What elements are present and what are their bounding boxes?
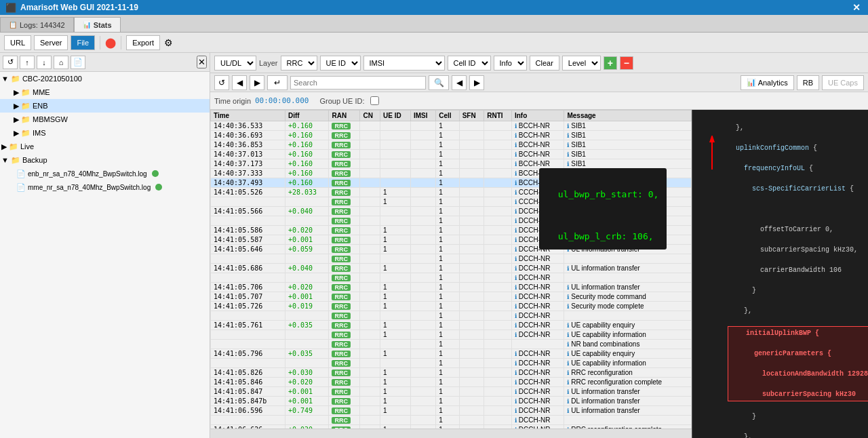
tree-root[interactable]: ▼ 📁 CBC-2021050100 [0, 72, 210, 85]
table-cell [410, 378, 435, 387]
table-row[interactable]: 14:40:36.853+0.160RRC1ℹ BCCH-NRℹ SIB1 [211, 140, 692, 150]
server-button[interactable]: Server [34, 35, 68, 50]
table-row[interactable]: RRC11ℹ DCCH-NRℹ UE capability informatio… [211, 330, 692, 340]
table-cell [360, 359, 380, 368]
tree-close-btn[interactable]: ✕ [197, 56, 207, 68]
ue-id-select[interactable]: UE ID [320, 56, 361, 71]
table-row[interactable]: 14:41:05.706+0.020RRC11ℹ DCCH-NRℹ UL inf… [211, 283, 692, 292]
clear-button[interactable]: Clear [530, 56, 559, 71]
tree-refresh-btn[interactable]: ↺ [3, 56, 18, 69]
col-time[interactable]: Time [211, 111, 285, 121]
col-imsi[interactable]: IMSI [410, 111, 435, 121]
forward-btn[interactable]: ▶ [250, 75, 264, 90]
refresh-btn2[interactable]: ↺ [214, 75, 229, 90]
tab-stats[interactable]: 📊 Stats [74, 17, 121, 32]
rb-btn[interactable]: RB [797, 75, 819, 90]
logs-tab-icon: 📋 [9, 21, 17, 28]
tree-enb[interactable]: ▶ 📁 ENB [0, 99, 210, 113]
cell-id-select[interactable]: Cell ID [448, 56, 491, 71]
time-origin-value: 00:00:00.000 [255, 96, 309, 105]
table-cell: ℹ RRC reconfiguration [564, 368, 692, 378]
code-panel[interactable]: }, uplinkConfigCommon { frequencyInfoUL … [692, 110, 868, 438]
info-select[interactable]: Info [494, 56, 527, 71]
table-row[interactable]: 14:40:37.013+0.160RRC1ℹ BCCH-NRℹ SIB1 [211, 150, 692, 159]
tree-down-btn[interactable]: ↓ [37, 56, 52, 69]
col-ueid[interactable]: UE ID [380, 111, 411, 121]
table-row[interactable]: RRC1ℹ DCCH-NR [211, 311, 692, 321]
imsi-select[interactable]: IMSI [363, 56, 445, 71]
table-row[interactable]: 14:41:05.846+0.020RRC11ℹ DCCH-NRℹ RRC re… [211, 378, 692, 387]
table-cell [211, 273, 285, 283]
tree-file-btn[interactable]: 📄 [71, 56, 85, 69]
table-row[interactable]: 14:41:05.761+0.035RRC11ℹ DCCH-NRℹ UE cap… [211, 321, 692, 330]
table-row[interactable]: RRC1ℹ DCCH-NR [211, 416, 692, 425]
col-cell[interactable]: Cell [436, 111, 459, 121]
table-row[interactable]: 14:41:05.847+0.001RRC11ℹ DCCH-NRℹ UL inf… [211, 387, 692, 397]
tooltip-line1: ul_bwp_rb_start: 0, [558, 189, 659, 199]
table-row[interactable]: RRC1ℹ DCCH-NR [211, 273, 692, 283]
export-button[interactable]: Export [126, 35, 160, 50]
table-row[interactable]: 14:40:37.173+0.160RRC1ℹ BCCH-NRℹ SIB1 [211, 159, 692, 169]
table-row[interactable]: 14:41:05.826+0.030RRC11ℹ DCCH-NRℹ RRC re… [211, 368, 692, 378]
col-cn[interactable]: CN [360, 111, 380, 121]
tree-mme[interactable]: ▶ 📁 MME [0, 85, 210, 99]
log-content[interactable]: Time Diff RAN CN UE ID IMSI Cell SFN RNT… [210, 110, 692, 429]
tree-file2[interactable]: 📄 mme_nr_sa_n78_40Mhz_BwpSwitch.log [0, 180, 210, 194]
table-cell [459, 283, 484, 292]
file-button[interactable]: File [71, 35, 95, 50]
col-message[interactable]: Message [564, 111, 692, 121]
table-row[interactable]: 14:41:05.686+0.040RRC11ℹ DCCH-NRℹ UL inf… [211, 264, 692, 273]
config-icon[interactable]: ⚙ [164, 37, 173, 48]
table-row[interactable]: 14:41:05.726+0.019RRC11ℹ DCCH-NRℹ Securi… [211, 302, 692, 311]
add-filter-btn[interactable]: + [604, 56, 617, 70]
col-ran[interactable]: RAN [329, 111, 360, 121]
tree-live[interactable]: ▶ 📁 Live [0, 140, 210, 153]
tree-up-btn[interactable]: ↑ [20, 56, 35, 69]
ul-dl-select[interactable]: UL/DL [214, 56, 256, 71]
table-cell: 1 [436, 159, 459, 169]
table-cell [459, 254, 484, 264]
prev-result-btn[interactable]: ◀ [452, 75, 467, 90]
remove-filter-btn[interactable]: − [620, 56, 633, 70]
table-row[interactable]: RRC1ℹ NR band combinations [211, 340, 692, 349]
ue-caps-btn[interactable]: UE Caps [822, 75, 864, 90]
level-select[interactable]: Level [562, 56, 601, 71]
tree-backup[interactable]: ▼ 📁 Backup [0, 153, 210, 167]
search-input[interactable] [290, 76, 426, 89]
tree-ims[interactable]: ▶ 📁 IMS [0, 126, 210, 140]
next-result-btn[interactable]: ▶ [469, 75, 484, 90]
table-cell [410, 397, 435, 406]
table-row[interactable]: 14:41:05.847b+0.001RRC11ℹ DCCH-NRℹ DL in… [211, 397, 692, 406]
search-filter-btn[interactable]: 🔍 [429, 75, 449, 90]
url-button[interactable]: URL [4, 35, 31, 50]
table-cell [211, 330, 285, 340]
col-diff[interactable]: Diff [285, 111, 329, 121]
col-sfn[interactable]: SFN [459, 111, 484, 121]
table-row[interactable]: 14:40:36.533+0.160RRC1ℹ BCCH-NRℹ SIB1 [211, 121, 692, 131]
table-row[interactable]: 14:41:05.796+0.035RRC11ℹ DCCH-NRℹ UE cap… [211, 349, 692, 359]
table-row[interactable]: 14:40:36.693+0.160RRC1ℹ BCCH-NRℹ SIB1 [211, 131, 692, 140]
table-cell [380, 216, 411, 226]
layer-select[interactable]: RRC [281, 56, 317, 71]
group-ue-checkbox[interactable] [370, 96, 379, 105]
table-cell [459, 264, 484, 273]
back-btn[interactable]: ◀ [232, 75, 247, 90]
table-row[interactable]: RRC1ℹ DCCH-NR [211, 254, 692, 264]
table-cell [410, 245, 435, 254]
tree-mbmsgw[interactable]: ▶ 📁 MBMSGW [0, 113, 210, 126]
horizontal-scrollbar[interactable] [210, 429, 692, 438]
table-cell: ℹ BCCH-NR [511, 159, 564, 169]
table-row[interactable]: 14:41:06.596+0.749RRC11ℹ DCCH-NRℹ UL inf… [211, 406, 692, 416]
jump-btn[interactable]: ↵ [267, 75, 288, 90]
table-row[interactable]: RRC1ℹ DCCH-NRℹ UE capability information [211, 359, 692, 368]
analytics-btn[interactable]: 📊 Analytics [741, 75, 794, 90]
col-info[interactable]: Info [511, 111, 564, 121]
titlebar-close[interactable]: ✕ [850, 1, 863, 14]
tree-home-btn[interactable]: ⌂ [54, 56, 68, 69]
col-rnti[interactable]: RNTI [484, 111, 512, 121]
tab-logs[interactable]: 📋 Logs: 144342 [0, 17, 74, 32]
table-cell [484, 416, 512, 425]
table-cell: 1 [436, 397, 459, 406]
table-row[interactable]: 14:41:05.707+0.001RRC11ℹ DCCH-NRℹ Securi… [211, 292, 692, 302]
tree-file1[interactable]: 📄 enb_nr_sa_n78_40Mhz_BwpSwitch.log [0, 167, 210, 180]
